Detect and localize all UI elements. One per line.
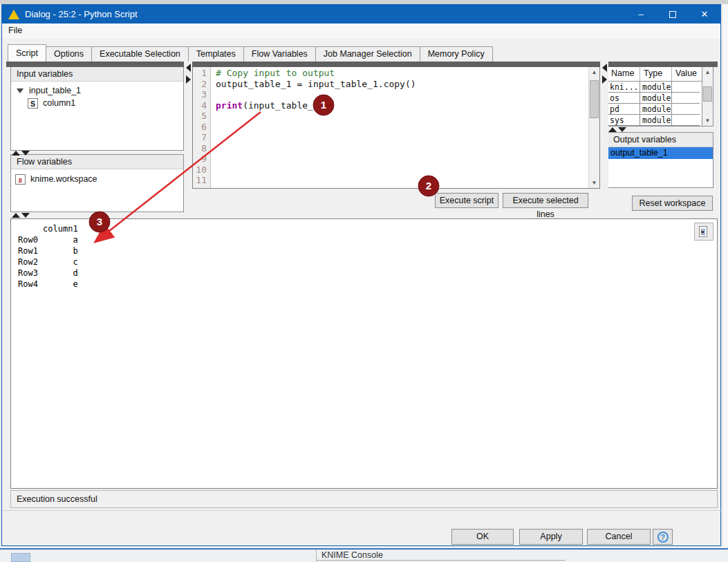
- line-number: 4: [193, 100, 207, 111]
- workspace-variables-table: Name Type Value kni...moduleosmodulepdmo…: [607, 66, 713, 127]
- scroll-down-icon[interactable]: ▼: [589, 178, 599, 188]
- flow-variable-label: knime.workspace: [30, 173, 97, 185]
- collapse-down-icon[interactable]: [21, 213, 30, 218]
- line-number: 5: [193, 111, 207, 122]
- splitter-band[interactable]: [6, 62, 718, 67]
- code-line[interactable]: [216, 132, 588, 143]
- table-cell: module: [640, 115, 672, 126]
- execute-selected-lines-button[interactable]: Execute selected lines: [503, 193, 588, 208]
- output-variable-item[interactable]: output_table_1: [608, 147, 713, 159]
- code-editor[interactable]: 123456789101112 # Copy input to outputou…: [192, 66, 600, 189]
- code-line[interactable]: [216, 175, 588, 186]
- collapse-down-icon[interactable]: [618, 127, 626, 132]
- knime-console-tab-label[interactable]: KNIME Console: [321, 550, 383, 560]
- tree-item-label: input_table_1: [29, 84, 81, 97]
- flow-variables-panel: Flow variables s knime.workspace: [10, 154, 184, 212]
- scrollbar-thumb[interactable]: [703, 86, 712, 102]
- tab-options[interactable]: Options: [46, 46, 92, 62]
- collapse-left-icon[interactable]: [602, 64, 607, 72]
- execute-script-button[interactable]: Execute script: [435, 193, 498, 208]
- scrollbar-thumb[interactable]: [590, 80, 599, 118]
- collapse-up-icon[interactable]: [12, 213, 20, 218]
- background-scrollbar-fragment: [11, 553, 30, 562]
- vertical-splitter-left[interactable]: [184, 62, 192, 218]
- scroll-down-icon[interactable]: ▼: [702, 115, 713, 126]
- collapse-right-icon[interactable]: [602, 75, 607, 84]
- titlebar[interactable]: Dialog - 25:2 - Python Script – ✕: [2, 5, 720, 24]
- line-number: 6: [193, 122, 207, 133]
- vertical-splitter-right[interactable]: [600, 62, 608, 218]
- col-header-name[interactable]: Name: [608, 67, 640, 81]
- line-number: 2: [193, 79, 207, 90]
- editor-scrollbar[interactable]: ▲ ▼: [588, 67, 599, 188]
- code-line[interactable]: [216, 143, 588, 154]
- code-line[interactable]: [216, 153, 588, 165]
- line-number: 3: [193, 89, 207, 100]
- minimize-button[interactable]: –: [625, 5, 657, 24]
- table-scrollbar[interactable]: ▲ ▼: [702, 67, 713, 126]
- menu-file[interactable]: File: [2, 24, 28, 37]
- apply-button[interactable]: Apply: [519, 529, 583, 545]
- table-cell: [672, 104, 700, 115]
- close-button[interactable]: ✕: [689, 5, 720, 24]
- tab-templates[interactable]: Templates: [188, 46, 244, 62]
- menubar: File: [2, 24, 720, 39]
- line-number: 1: [193, 68, 207, 79]
- horizontal-splitter-handle[interactable]: [12, 213, 30, 218]
- tab-bar: ScriptOptionsExecutable SelectionTemplat…: [8, 46, 492, 62]
- tab-job-manager-selection[interactable]: Job Manager Selection: [315, 46, 420, 62]
- cancel-button[interactable]: Cancel: [587, 529, 651, 545]
- code-line[interactable]: [216, 186, 588, 189]
- code-line[interactable]: # Copy input to output: [216, 68, 588, 79]
- flow-variable-item[interactable]: s knime.workspace: [11, 173, 183, 185]
- horizontal-splitter-handle[interactable]: [608, 127, 626, 132]
- table-row[interactable]: osmodule: [608, 93, 713, 104]
- collapse-down-icon[interactable]: [21, 151, 30, 156]
- table-row[interactable]: sysmodule: [608, 115, 713, 126]
- line-number-gutter: 123456789101112: [193, 67, 211, 188]
- code-line[interactable]: [216, 165, 588, 176]
- code-line[interactable]: [216, 111, 588, 122]
- col-header-type[interactable]: Type: [640, 67, 672, 81]
- flow-variable-icon: s: [15, 174, 26, 185]
- tab-flow-variables[interactable]: Flow Variables: [243, 46, 316, 62]
- tree-expand-icon[interactable]: [17, 88, 24, 93]
- code-area[interactable]: # Copy input to outputoutput_table_1 = i…: [212, 67, 588, 188]
- tab-executable-selection[interactable]: Executable Selection: [91, 46, 189, 62]
- input-variables-panel: Input variables input_table_1 S column1: [10, 66, 184, 151]
- code-line[interactable]: [216, 122, 588, 133]
- line-number: 7: [193, 132, 207, 143]
- table-row[interactable]: pdmodule: [608, 104, 713, 115]
- line-number: 9: [193, 153, 207, 165]
- table-row[interactable]: kni...module: [608, 82, 713, 93]
- background-view-border: [0, 548, 728, 550]
- horizontal-splitter-handle[interactable]: [12, 151, 30, 156]
- scroll-up-icon[interactable]: ▲: [589, 67, 599, 77]
- tree-item-input-table[interactable]: input_table_1: [11, 84, 183, 97]
- collapse-up-icon[interactable]: [608, 127, 617, 132]
- string-column-icon: S: [28, 98, 38, 109]
- status-bar: Execution successful: [10, 490, 718, 508]
- flow-variables-header: Flow variables: [11, 155, 183, 169]
- tab-script[interactable]: Script: [8, 44, 46, 62]
- scroll-up-icon[interactable]: ▲: [702, 67, 713, 77]
- table-cell: module: [640, 82, 672, 93]
- help-button[interactable]: ?: [653, 529, 673, 545]
- clear-console-button[interactable]: ✕: [694, 223, 713, 241]
- ok-button[interactable]: OK: [451, 529, 514, 545]
- tab-memory-policy[interactable]: Memory Policy: [420, 46, 493, 62]
- reset-workspace-button[interactable]: Reset workspace: [632, 196, 713, 211]
- knime-logo-icon: [8, 10, 19, 19]
- tree-item-label: column1: [43, 97, 75, 109]
- line-number: 10: [193, 165, 207, 176]
- maximize-button[interactable]: [657, 5, 689, 24]
- code-line[interactable]: print(input_table_1): [216, 100, 588, 111]
- tree-item-column1[interactable]: S column1: [11, 97, 183, 109]
- collapse-up-icon[interactable]: [12, 151, 20, 156]
- collapse-right-icon[interactable]: [186, 75, 191, 84]
- code-line[interactable]: output_table_1 = input_table_1.copy(): [216, 79, 588, 90]
- code-line[interactable]: [216, 89, 588, 100]
- col-header-value[interactable]: Value: [672, 67, 700, 81]
- collapse-left-icon[interactable]: [186, 64, 191, 72]
- console-output[interactable]: column1 Row0 a Row1 b Row2 c Row3 d Row4…: [10, 218, 718, 489]
